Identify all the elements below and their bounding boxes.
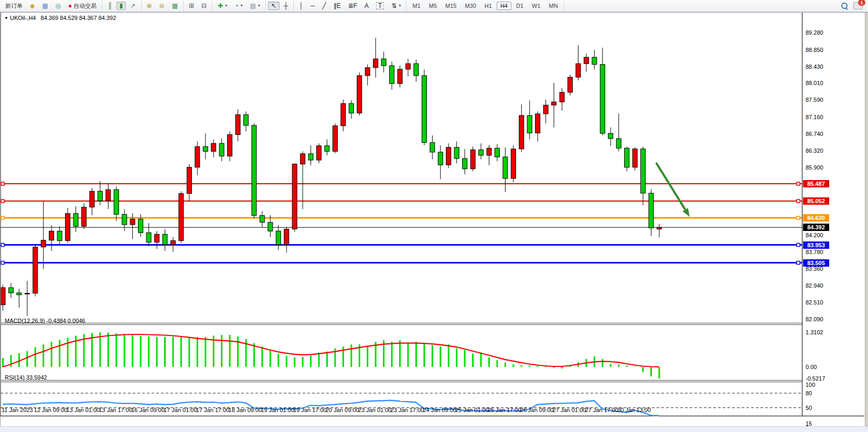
timeframe-H1-button[interactable]: H1 (481, 2, 496, 10)
market-watch-icon[interactable]: ▦ (39, 2, 51, 10)
text-tool[interactable]: A (361, 2, 372, 10)
candle (649, 193, 653, 228)
time-tick-label: 23 Jan 17:00 (391, 407, 424, 413)
channel-tool[interactable]: ∥E (330, 2, 344, 10)
macd-indicator-label: MACD(12,26,9) -0.4384 0.0046 (5, 318, 85, 324)
price-tick-label: 88.850 (806, 47, 823, 53)
candle (308, 154, 313, 160)
line-chart-type-button-icon: ↗ (130, 3, 135, 9)
zoom-out-button[interactable]: ⊖ (156, 2, 168, 10)
text-label-tool[interactable]: T (373, 1, 387, 10)
period-clock-button[interactable]: ◔▾ (231, 1, 245, 11)
timeframe-H4-button[interactable]: H4 (497, 2, 511, 10)
auto-trading-button-label: 自动交易 (73, 2, 97, 10)
chart-canvas[interactable] (1, 13, 868, 418)
template-button-caret-icon[interactable]: ▾ (258, 2, 260, 10)
horizontal-line-tool[interactable]: ─ (307, 2, 318, 10)
candle (41, 240, 46, 247)
candle (1, 288, 5, 305)
candle (592, 57, 597, 65)
timeframe-M1-button[interactable]: M1 (409, 2, 424, 10)
symbol-dropdown-icon[interactable]: ▼ (4, 16, 8, 20)
macd-scale-min: -0.5217 (806, 375, 825, 382)
candle (122, 214, 127, 225)
trendline-tool[interactable]: ╱ (319, 2, 329, 10)
candle (390, 66, 394, 83)
candle (406, 64, 411, 69)
price-line-badge: 85.052 (803, 197, 829, 205)
time-axis: 11 Jan 202312 Jan 09:0013 Jan 01:0013 Ja… (1, 404, 802, 415)
candle (576, 64, 581, 77)
template-button[interactable]: ▤▾ (247, 1, 263, 11)
candle (219, 143, 224, 156)
time-tick-label: 26 Jan 09:00 (520, 407, 554, 413)
timeframe-M30-button[interactable]: M30 (461, 2, 479, 10)
arrows-tool-icon: ⇅ (391, 3, 397, 9)
hline-83.953[interactable] (1, 244, 802, 247)
candlestick-chart-type-button-icon: ▮ (120, 3, 123, 9)
candle (454, 147, 459, 159)
timeframe-MN-button[interactable]: MN (545, 2, 562, 10)
timeframe-W1-button[interactable]: W1 (528, 2, 544, 10)
add-indicator-button-caret-icon[interactable]: ▾ (225, 2, 227, 10)
add-indicator-button[interactable]: ✚▾ (215, 1, 230, 11)
hline-83.505[interactable] (1, 261, 802, 265)
tile-windows-button[interactable]: ▦ (169, 2, 181, 10)
rsi-scale-label: 80 (806, 390, 812, 396)
price-tick-label: 82.090 (806, 316, 823, 322)
time-tick-label: 25 Jan 17:00 (488, 407, 521, 413)
timeframe-M5-button[interactable]: M5 (425, 2, 441, 10)
chart-window: ▼ UKOil-,H4 84.369 84.529 84.367 84.392 … (0, 12, 868, 426)
hline-85.487[interactable] (1, 182, 802, 185)
timeframe-group: M1M5M15M30H1H4D1W1MN (406, 0, 564, 12)
signals-icon[interactable]: ◎ (52, 2, 64, 10)
timeframe-D1-button[interactable]: D1 (512, 2, 527, 10)
time-tick-label: 27 Jan 17:00 (585, 407, 618, 413)
zoom-in-button[interactable]: ⊕ (144, 2, 155, 10)
zoom-out-button-icon: ⊖ (159, 3, 165, 9)
new-order-icon[interactable]: ◆ (27, 2, 38, 10)
candle (73, 214, 78, 226)
macd-scale-zero: 0.00 (806, 364, 817, 370)
auto-arrange-button[interactable]: ⊞ (186, 2, 197, 10)
hline-84.630[interactable] (1, 216, 802, 219)
arrows-tool-caret-icon[interactable]: ▾ (399, 2, 401, 10)
chart-shift-button[interactable]: ⊟ (198, 2, 210, 10)
fibonacci-tool[interactable]: ≣F (345, 2, 360, 10)
timeframe-M15-button[interactable]: M15 (442, 2, 460, 10)
cursor-tool-button[interactable]: ↖ (268, 2, 280, 10)
candle (616, 139, 621, 148)
candle (90, 191, 94, 207)
template-button-icon: ▤ (250, 3, 255, 9)
candlestick-chart-type-button[interactable]: ▮ (116, 2, 126, 10)
status-strip (0, 426, 868, 432)
candle (17, 293, 22, 295)
line-chart-type-button[interactable]: ↗ (127, 2, 138, 10)
price-tick-label: 85.900 (806, 164, 823, 171)
channel-tool-icon: ∥E (334, 3, 341, 9)
candle (446, 147, 451, 165)
cursor-tool-button-icon: ↖ (271, 3, 276, 9)
price-tick-label: 82.510 (806, 299, 823, 305)
candle (163, 234, 167, 245)
candle (138, 219, 143, 233)
time-tick-label: 19 Jan 01:00 (261, 407, 294, 413)
candle (292, 164, 297, 229)
time-tick-label: 23 Jan 01:00 (358, 407, 392, 413)
vertical-line-tool[interactable]: │ (296, 2, 306, 10)
auto-trading-button[interactable]: ●自动交易 (65, 1, 100, 11)
price-tick-label: 83.780 (806, 249, 823, 255)
period-clock-button-caret-icon[interactable]: ▾ (240, 2, 242, 10)
window-right-edge (865, 13, 868, 427)
candle (503, 157, 508, 178)
candle (106, 189, 111, 201)
chat-icon[interactable]: 1 (853, 2, 863, 9)
arrows-tool[interactable]: ⇅▾ (388, 1, 404, 11)
candle (463, 159, 467, 169)
crosshair-tool-button[interactable]: ┼ (281, 2, 292, 10)
arrow-annotation[interactable] (656, 163, 690, 217)
bar-chart-type-button[interactable]: ║ (104, 2, 115, 10)
new-order-button[interactable]: 新订单 (2, 1, 26, 11)
price-tick-label: 87.160 (806, 114, 823, 120)
search-icon[interactable] (841, 3, 848, 9)
